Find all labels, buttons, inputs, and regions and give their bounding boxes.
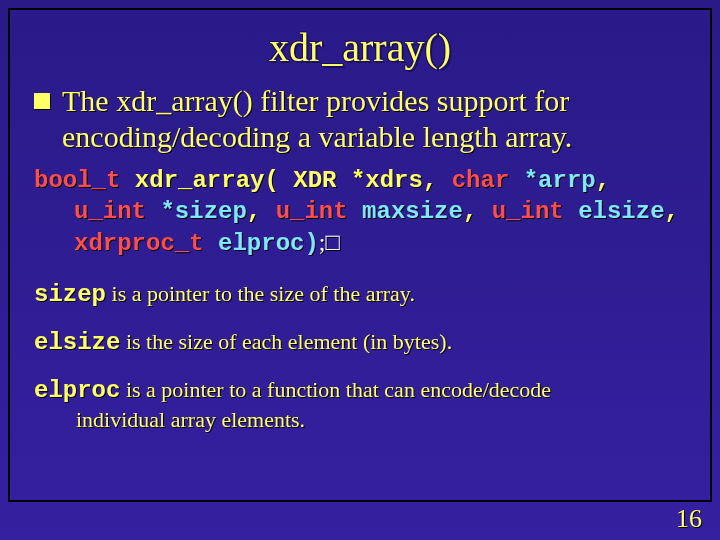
code-token: elproc) <box>218 230 319 257</box>
code-token: , <box>596 167 610 194</box>
desc-text: is a pointer to the size of the array. <box>106 281 415 306</box>
code-token: *sizep <box>160 198 246 225</box>
code-token: xdr_array( <box>135 167 279 194</box>
bullet-text: The xdr_array() filter provides support … <box>62 83 686 155</box>
code-token: u_int <box>276 198 348 225</box>
code-signature: bool_t xdr_array( XDR *xdrs, char *arrp,… <box>34 165 686 260</box>
slide-frame: xdr_array() The xdr_array() filter provi… <box>8 8 712 502</box>
code-token: , <box>665 198 679 225</box>
slide-title: xdr_array() <box>34 24 686 71</box>
slide: xdr_array() The xdr_array() filter provi… <box>0 0 720 540</box>
term-elproc: elproc <box>34 377 120 404</box>
code-token: , <box>247 198 261 225</box>
code-token: bool_t <box>34 167 120 194</box>
desc-text: is a pointer to a function that can enco… <box>120 377 551 402</box>
descriptions: sizep is a pointer to the size of the ar… <box>34 280 686 434</box>
code-token: u_int <box>492 198 564 225</box>
code-token: u_int <box>74 198 146 225</box>
code-token: char <box>452 167 510 194</box>
code-token: *arrp <box>524 167 596 194</box>
bullet-icon <box>34 93 50 109</box>
desc-elsize: elsize is the size of each element (in b… <box>34 328 686 358</box>
code-token: elsize <box>578 198 664 225</box>
desc-text-cont: individual array elements. <box>34 406 686 434</box>
code-token: XDR *xdrs, <box>293 167 437 194</box>
page-number: 16 <box>676 504 702 534</box>
code-token: , <box>463 198 477 225</box>
term-sizep: sizep <box>34 281 106 308</box>
bullet-item: The xdr_array() filter provides support … <box>34 83 686 155</box>
term-elsize: elsize <box>34 329 120 356</box>
code-token: maxsize <box>362 198 463 225</box>
desc-sizep: sizep is a pointer to the size of the ar… <box>34 280 686 310</box>
code-token: ;□ <box>319 229 340 255</box>
code-token: xdrproc_t <box>74 230 204 257</box>
desc-text: is the size of each element (in bytes). <box>120 329 452 354</box>
desc-elproc: elproc is a pointer to a function that c… <box>34 376 686 434</box>
